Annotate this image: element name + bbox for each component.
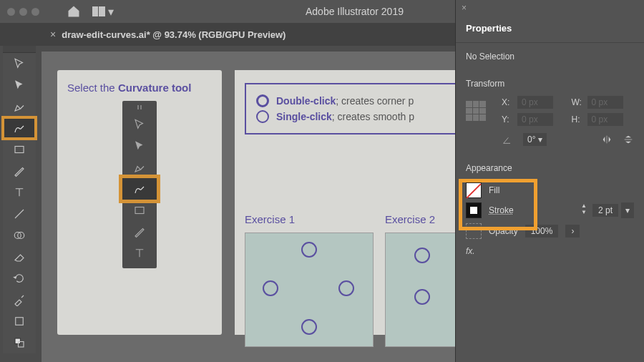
fill-stroke-swatch[interactable] [3,332,36,353]
exercise-1-title: Exercise 1 [245,213,374,225]
rectangle-tool[interactable] [3,139,36,160]
svg-rect-6 [15,338,21,344]
exercise-1-box[interactable] [245,233,374,347]
selection-tool[interactable] [3,53,36,74]
minimize-dot[interactable] [19,8,27,16]
stroke-swatch[interactable] [466,202,482,218]
mini-direct-selection-tool [122,135,157,157]
mini-curvature-tool [122,178,157,200]
ex1-dot[interactable] [338,280,354,296]
zoom-dot[interactable] [31,8,39,16]
fill-swatch[interactable] [466,182,482,198]
mini-rectangle-tool [122,200,157,221]
selection-status: No Selection [456,43,644,70]
h-field[interactable]: H:0 px [572,113,635,126]
ex1-dot[interactable] [301,319,317,335]
help-box: Double-click; creates corner p Single-cl… [245,83,468,134]
stroke-weight-field[interactable]: ▲▼ 2 pt ▾ [581,202,634,218]
w-field[interactable]: W:0 px [572,96,635,109]
appearance-heading: Appearance [466,163,634,173]
ex2-dot[interactable] [414,248,430,263]
type-tool[interactable] [3,182,36,203]
mini-grip [122,105,157,111]
ex1-dot[interactable] [301,242,317,258]
w-label: W: [572,97,585,107]
home-icon[interactable] [67,4,81,19]
artboard-tool[interactable] [3,310,36,332]
curvature-tool[interactable] [3,117,36,139]
shape-builder-tool[interactable] [3,225,36,246]
tutorial-left-card: Select the Curvature tool [57,70,222,335]
rotate-field[interactable]: 0° ▾ [523,133,547,146]
mini-paintbrush-tool [122,221,157,243]
svg-rect-8 [135,207,144,214]
appearance-section: Appearance Fill Stroke ▲▼ 2 pt ▾ Opacity… [456,155,644,265]
x-value[interactable]: 0 px [517,96,553,109]
double-ring-icon [256,94,269,107]
y-value[interactable]: 0 px [517,113,553,126]
panel-close-icon[interactable]: × [456,0,644,14]
close-dot[interactable] [7,8,15,16]
x-label: X: [502,97,514,107]
document-tab-title[interactable]: draw-edit-curves.ai* @ 93.74% (RGB/GPU P… [62,29,286,40]
help-row-double: Double-click; creates corner p [256,94,457,107]
eraser-tool[interactable] [3,246,36,268]
exercise-1: Exercise 1 [245,213,374,347]
mini-toolbox [122,101,157,268]
mini-type-tool [122,243,157,264]
svg-rect-0 [92,6,98,16]
svg-rect-5 [16,318,24,326]
stroke-weight-value[interactable]: 2 pt [592,204,618,217]
ex1-dot[interactable] [263,280,278,296]
ex2-dot[interactable] [414,289,430,305]
single-label: Single-click [276,111,332,122]
properties-panel: × Properties No Selection Transform X:0 … [455,0,644,362]
line-tool[interactable] [3,203,36,225]
rotate-tool[interactable] [3,268,36,289]
svg-rect-2 [15,147,24,153]
toolbox-grip[interactable] [3,46,36,53]
flip-horizontal-icon[interactable] [601,134,613,145]
mini-pen-tool [122,157,157,178]
properties-tab[interactable]: Properties [456,14,644,43]
eyedropper-tool[interactable] [3,289,36,310]
single-rest: ; creates smooth p [332,111,414,122]
y-field[interactable]: Y:0 px [502,113,565,126]
angle-icon [502,134,513,145]
mini-selection-tool [122,114,157,135]
paintbrush-tool[interactable] [3,160,36,182]
transform-section: Transform X:0 px W:0 px Y:0 px H:0 px 0°… [456,70,644,155]
svg-rect-1 [99,6,105,16]
hint-prefix: Select the [67,82,118,94]
x-field[interactable]: X:0 px [502,96,565,109]
transform-heading: Transform [466,79,634,89]
fx-label[interactable]: fx. [466,246,634,256]
rotate-value[interactable]: 0° [527,134,535,145]
pen-tool[interactable] [3,96,36,117]
w-value[interactable]: 0 px [587,96,623,109]
h-label: H: [572,114,585,124]
h-value[interactable]: 0 px [587,113,623,126]
tutorial-hint: Select the Curvature tool [57,70,222,101]
y-label: Y: [502,114,514,124]
double-label: Double-click [276,95,336,107]
window-controls[interactable] [7,8,39,16]
help-row-single: Single-click; creates smooth p [256,110,457,123]
reference-point-widget[interactable] [466,101,486,121]
app-title: Adobe Illustrator 2019 [306,6,404,17]
hint-toolname: Curvature tool [118,82,192,94]
stroke-weight-dropdown-icon[interactable]: ▾ [621,202,634,218]
double-rest: ; creates corner p [336,95,414,107]
single-ring-icon [256,110,269,123]
tutorial-right-card: Double-click; creates corner p Single-cl… [235,70,478,335]
toolbox [3,46,36,353]
workspace-switcher[interactable]: ▾ [92,5,114,19]
tab-close-icon[interactable]: × [50,29,56,40]
stroke-spinner[interactable]: ▲▼ [581,202,590,218]
opacity-more-icon[interactable]: › [565,225,580,238]
direct-selection-tool[interactable] [3,74,36,96]
flip-vertical-icon[interactable] [623,134,634,145]
